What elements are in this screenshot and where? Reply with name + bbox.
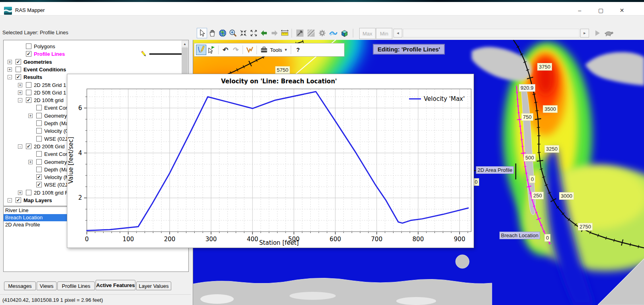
feature-edit-toolbar: ↶ ↷ Tools ▼ ? [194,43,345,57]
tree-item-label: 2D 100ft grid [34,97,63,103]
select-cursor-icon[interactable] [197,28,207,38]
help-button[interactable]: ? [293,45,303,55]
station-label-3750: 3750 [537,63,552,71]
layer-checkbox[interactable] [36,151,42,157]
step-left-button[interactable]: ◄ [393,29,402,37]
zoom-window-icon[interactable] [238,28,249,38]
layer-checkbox[interactable] [36,159,42,165]
legend-label: Velocity 'Max' [424,95,465,102]
profile-plot-icon[interactable] [295,28,305,38]
measure-ruler-icon[interactable] [280,28,290,38]
layer-checkbox[interactable]: ✓ [16,74,21,80]
minimize-button[interactable]: – [570,4,589,17]
coordinate-readout: (410420.42, 1801508.19 1 pixel = 2.96 fe… [2,297,103,303]
forward-arrow-icon[interactable] [269,28,280,38]
x-tick-label: 400 [247,236,258,243]
layer-checkbox[interactable]: ✓ [16,197,21,203]
layer-checkbox[interactable] [36,120,42,126]
x-axis-label: Station [feet] [259,239,299,246]
tab-messages[interactable]: Messages [4,281,36,290]
animation-play-icon[interactable] [592,28,603,38]
layer-checkbox[interactable] [26,190,31,195]
selected-layer-label: Selected Layer: Profile Lines [2,30,68,35]
station-label-3250: 3250 [544,145,559,153]
zoom-in-icon[interactable] [228,28,238,38]
collapse-icon[interactable]: - [18,98,22,102]
layer-checkbox[interactable]: ✓ [26,144,31,149]
tree-item-label: Velocity (M [44,174,70,180]
chart-legend: Velocity 'Max' [409,95,465,102]
expand-icon[interactable]: + [18,83,22,87]
layer-checkbox[interactable]: ✓ [26,97,31,103]
close-button[interactable]: ✕ [613,4,631,17]
animation-speed-turtle-icon[interactable] [604,28,614,38]
velocity-profile-chart-window[interactable]: 0100200300400500600700800900246Velocity … [67,74,474,248]
layer-checkbox[interactable] [26,90,31,95]
layer-checkbox[interactable] [36,105,42,110]
tree-item-profile-lines[interactable]: ✓Profile Lines [4,50,187,58]
maximize-button[interactable]: ▢ [591,4,610,17]
expand-icon[interactable]: + [18,191,22,195]
layer-checkbox[interactable] [36,113,42,118]
layer-checkbox[interactable] [16,67,21,72]
layer-checkbox[interactable] [36,136,42,142]
scroll-up-icon[interactable]: ▲ [182,41,188,47]
layer-checkbox[interactable] [36,167,42,172]
animation-slider-track[interactable] [403,29,579,37]
chevron-down-icon: ▼ [284,48,288,52]
x-tick-label: 900 [454,236,466,243]
redo-icon[interactable]: ↷ [231,45,241,55]
raster-clip-icon[interactable] [306,28,316,38]
station-label-3000: 3000 [559,192,574,200]
layer-checkbox[interactable]: ✓ [16,59,21,65]
pencil-edit-icon [140,50,148,59]
chart-title: Velocity on 'Line: Breach Location' [221,78,337,85]
layer-checkbox[interactable]: ✓ [36,174,42,180]
tab-active-features[interactable]: Active Features [96,280,135,290]
tree-item-label: Geometry [44,113,67,119]
station-label-3500: 3500 [543,105,558,113]
globe-full-extent-icon[interactable] [217,28,228,38]
layer-checkbox[interactable] [36,128,42,134]
tools-menu-button[interactable]: Tools ▼ [258,46,289,54]
layer-checkbox[interactable] [26,82,31,88]
station-label-0-breach: 0 [544,234,550,242]
collapse-icon[interactable]: - [18,144,22,149]
settings-gear-icon[interactable] [317,28,327,38]
expand-icon[interactable]: + [18,91,22,95]
collapse-icon[interactable]: - [8,198,12,203]
x-tick-label: 200 [164,236,176,243]
tree-item-polygons[interactable]: Polygons [4,43,187,50]
expand-icon[interactable]: + [8,60,12,64]
edit-select-tool-icon[interactable] [206,45,217,55]
tree-item-geometries[interactable]: +✓Geometries [4,58,187,66]
layer-checkbox[interactable]: ✓ [26,51,31,57]
expand-icon[interactable]: + [28,160,33,164]
collapse-icon[interactable]: - [8,75,12,79]
max-button[interactable]: Max [359,28,376,39]
pan-hand-icon[interactable] [207,28,217,38]
back-arrow-icon[interactable] [259,28,269,38]
tree-item-label: 2D 100ft grid F [34,190,68,196]
zoom-previous-icon[interactable] [249,28,259,38]
undo-icon[interactable]: ↶ [220,45,231,55]
plot-profile-icon[interactable] [245,45,255,55]
tree-item-label: Depth (Ma [44,167,69,173]
3d-viewer-icon[interactable] [339,28,350,38]
layer-checkbox[interactable]: ✓ [36,182,42,187]
toolbox-icon [260,46,268,54]
tree-item-label: Geometry [44,159,67,165]
layer-checkbox[interactable] [26,43,31,49]
min-button[interactable]: Min [376,28,392,39]
water-surface-icon[interactable] [328,28,339,38]
expand-icon[interactable]: + [28,114,33,118]
step-right-button[interactable]: ► [580,29,589,37]
draw-line-tool-icon[interactable] [196,45,206,55]
tab-layer-values[interactable]: Layer Values [136,281,171,290]
expand-icon[interactable]: + [8,67,12,72]
tree-item-event-conditions[interactable]: +Event Conditions [4,66,187,73]
tree-item-label: 2D 25ft Grid 1 [34,82,66,88]
chart-canvas: 0100200300400500600700800900246Velocity … [67,74,474,248]
tab-profile-lines[interactable]: Profile Lines [57,281,95,290]
tab-views[interactable]: Views [37,281,57,290]
